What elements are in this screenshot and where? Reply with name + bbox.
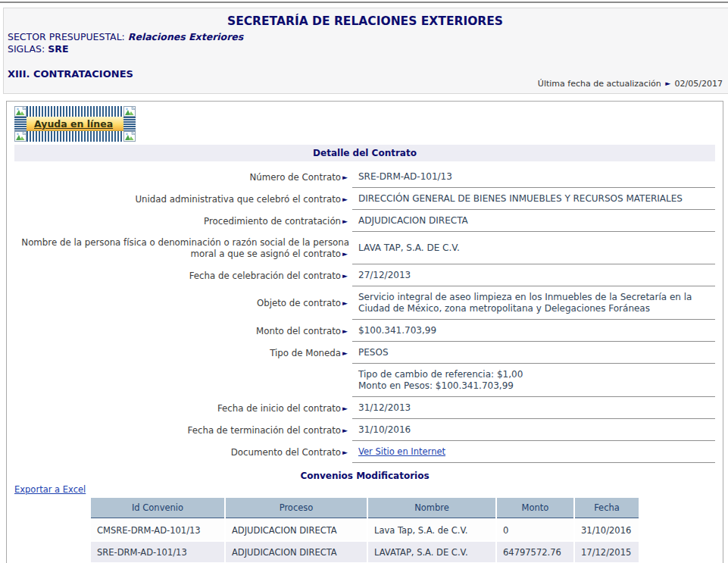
last-update-label: Última fecha de actualización bbox=[538, 79, 661, 89]
arrow-icon: ► bbox=[341, 299, 349, 307]
last-update-value: 02/05/2017 bbox=[675, 79, 723, 89]
detail-row-exchange: Tipo de cambio de referencia: $1,00 Mont… bbox=[14, 364, 715, 397]
last-update: Última fecha de actualización ► 02/05/20… bbox=[538, 79, 723, 89]
siglas-line: SIGLAS: SRE bbox=[8, 43, 723, 55]
cell-monto: 0 bbox=[497, 520, 573, 540]
arrow-icon: ► bbox=[341, 427, 349, 434]
sector-line: SECTOR PRESUPUESTAL: Relaciones Exterior… bbox=[8, 31, 723, 43]
ayuda-en-linea-button[interactable]: Ayuda en línea bbox=[14, 106, 136, 142]
detail-row: Objeto de contrato► Servicio integral de… bbox=[14, 286, 715, 320]
detail-row: Monto del contrato► $100.341.703,99 bbox=[14, 320, 715, 342]
column-header-proceso: Proceso bbox=[226, 498, 367, 518]
row-value: PESOS bbox=[352, 342, 715, 364]
detail-row: Fecha de inicio del contrato► 31/12/2013 bbox=[14, 397, 715, 419]
column-header-monto: Monto bbox=[497, 498, 573, 518]
arrow-icon: ► bbox=[341, 405, 349, 412]
row-label: Tipo de Moneda► bbox=[14, 342, 352, 364]
table-row: CMSRE-DRM-AD-101/13 ADJUDICACION DIRECTA… bbox=[91, 520, 639, 540]
sector-label: SECTOR PRESUPUESTAL: bbox=[8, 31, 125, 42]
convenios-table: Id Convenio Proceso Nombre Monto Fecha C… bbox=[89, 496, 640, 563]
row-value: ADJUDICACION DIRECTA bbox=[352, 210, 715, 232]
table-row: SRE-DRM-AD-101/13 ADJUDICACION DIRECTA L… bbox=[91, 542, 639, 562]
broken-image-icon bbox=[14, 106, 27, 117]
page-header: SECRETARÍA DE RELACIONES EXTERIORES SECT… bbox=[3, 8, 728, 94]
row-label: Objeto de contrato► bbox=[14, 292, 352, 314]
row-value: Tipo de cambio de referencia: $1,00 Mont… bbox=[352, 364, 715, 397]
arrow-icon: ► bbox=[341, 449, 349, 456]
row-value: LAVA TAP, S.A. DE C.V. bbox=[352, 232, 715, 264]
top-divider bbox=[0, 2, 728, 3]
content-box: Ayuda en línea Detalle del Contrato Núme… bbox=[6, 101, 723, 563]
sector-value: Relaciones Exteriores bbox=[128, 31, 243, 42]
convenios-header-row: Id Convenio Proceso Nombre Monto Fecha bbox=[91, 498, 639, 518]
cell-id-convenio: CMSRE-DRM-AD-101/13 bbox=[91, 520, 224, 540]
detail-row: Fecha de celebración del contrato► 27/12… bbox=[14, 264, 715, 286]
cell-fecha: 17/12/2015 bbox=[575, 542, 639, 562]
detail-row: Unidad administrativa que celebró el con… bbox=[14, 188, 715, 210]
row-label: Fecha de terminación del contrato► bbox=[14, 420, 352, 441]
detail-row: Procedimiento de contratación► ADJUDICAC… bbox=[14, 210, 715, 232]
row-label: Nombre de la persona física o denominaci… bbox=[14, 232, 352, 264]
cell-nombre: LAVATAP, S.A. DE C.V. bbox=[368, 542, 495, 562]
row-value: Ver Sitio en Internet bbox=[352, 441, 715, 463]
stripe-left bbox=[14, 117, 27, 131]
arrow-icon: ► bbox=[341, 174, 349, 181]
detail-row: Número de Contrato► SRE-DRM-AD-101/13 bbox=[14, 166, 715, 188]
row-value: DIRECCIÓN GENERAL DE BIENES INMUEBLES Y … bbox=[352, 188, 715, 210]
detail-row-documento: Documento del Contrato► Ver Sitio en Int… bbox=[14, 441, 715, 463]
arrow-icon: ► bbox=[341, 217, 349, 225]
row-value: 27/12/2013 bbox=[352, 264, 715, 286]
ayuda-link[interactable]: Ayuda en línea bbox=[27, 118, 113, 130]
section-title: XIII. CONTRATACIONES bbox=[8, 68, 723, 80]
siglas-value: SRE bbox=[48, 43, 68, 55]
row-label: Fecha de inicio del contrato► bbox=[14, 398, 352, 419]
column-header-nombre: Nombre bbox=[368, 498, 495, 518]
cell-proceso: ADJUDICACION DIRECTA bbox=[226, 542, 367, 562]
row-value: SRE-DRM-AD-101/13 bbox=[352, 166, 715, 188]
stripe-right bbox=[123, 117, 136, 131]
page-title: SECRETARÍA DE RELACIONES EXTERIORES bbox=[8, 14, 723, 28]
row-value: $100.341.703,99 bbox=[352, 320, 715, 342]
column-header-fecha: Fecha bbox=[575, 498, 639, 518]
broken-image-icon bbox=[123, 106, 136, 117]
export-excel-link[interactable]: Exportar a Excel bbox=[14, 484, 86, 495]
row-value: Servicio integral de aseo limpieza en lo… bbox=[352, 286, 715, 320]
arrow-icon: ► bbox=[341, 272, 349, 280]
cell-id-convenio: SRE-DRM-AD-101/13 bbox=[91, 542, 224, 562]
cell-nombre: Lava Tap, S.A. de C.V. bbox=[368, 520, 495, 540]
broken-image-icon bbox=[123, 131, 136, 142]
arrow-icon: ► bbox=[341, 250, 349, 258]
arrow-icon: ► bbox=[341, 327, 349, 335]
row-label: Número de Contrato► bbox=[14, 167, 352, 188]
detail-row: Fecha de terminación del contrato► 31/10… bbox=[14, 419, 715, 441]
arrow-icon: ► bbox=[341, 195, 349, 203]
ver-sitio-link[interactable]: Ver Sitio en Internet bbox=[358, 446, 445, 458]
row-label: Procedimiento de contratación► bbox=[14, 211, 352, 232]
row-label bbox=[14, 376, 352, 386]
row-label: Monto del contrato► bbox=[14, 321, 352, 342]
row-label: Documento del Contrato► bbox=[14, 442, 352, 463]
siglas-label: SIGLAS: bbox=[8, 43, 45, 55]
broken-image-icon bbox=[14, 131, 27, 142]
stripe-bottom bbox=[27, 131, 123, 142]
detail-row: Nombre de la persona física o denominaci… bbox=[14, 232, 715, 264]
detail-row: Tipo de Moneda► PESOS bbox=[14, 342, 715, 364]
stripe-top bbox=[27, 106, 123, 117]
row-label: Unidad administrativa que celebró el con… bbox=[14, 189, 352, 210]
row-value: 31/12/2013 bbox=[352, 397, 715, 419]
row-label: Fecha de celebración del contrato► bbox=[14, 265, 352, 286]
column-header-id-convenio: Id Convenio bbox=[91, 498, 224, 518]
ayuda-center: Ayuda en línea bbox=[27, 117, 123, 131]
row-value: 31/10/2016 bbox=[352, 419, 715, 441]
cell-monto: 64797572.76 bbox=[497, 542, 573, 562]
detail-header-bar: Detalle del Contrato bbox=[14, 145, 715, 161]
arrow-icon: ► bbox=[664, 80, 672, 87]
cell-fecha: 31/10/2016 bbox=[575, 520, 639, 540]
convenios-title: Convenios Modificatorios bbox=[14, 471, 715, 481]
arrow-icon: ► bbox=[341, 349, 349, 357]
detail-rows: Número de Contrato► SRE-DRM-AD-101/13 Un… bbox=[14, 166, 715, 463]
cell-proceso: ADJUDICACION DIRECTA bbox=[226, 520, 367, 540]
